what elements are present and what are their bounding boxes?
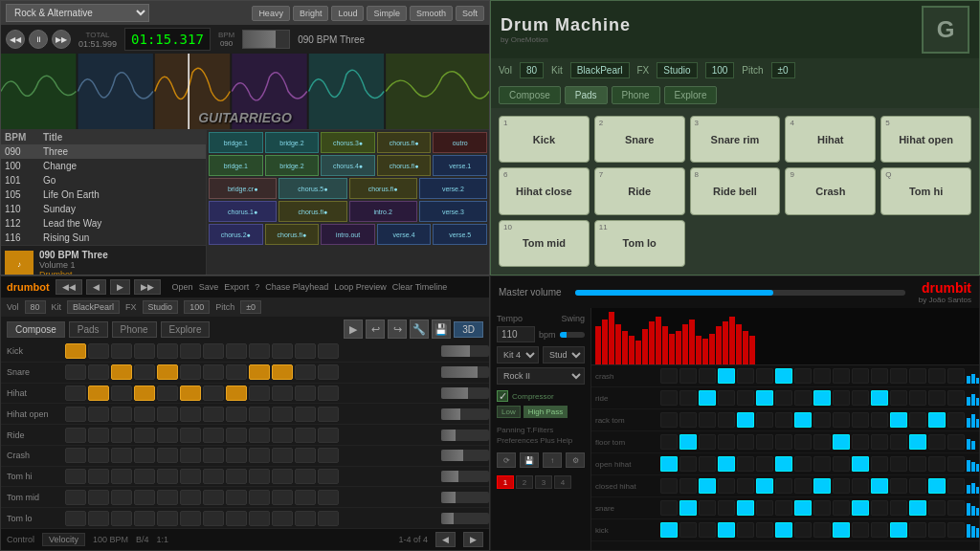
master-volume-slider[interactable] bbox=[575, 290, 905, 296]
pad-ride[interactable]: 7 Ride bbox=[594, 167, 685, 214]
seq-btn[interactable] bbox=[226, 386, 247, 401]
dbit-btn[interactable] bbox=[660, 522, 678, 538]
dbit-btn[interactable] bbox=[890, 412, 907, 428]
seq-btn[interactable] bbox=[249, 511, 270, 526]
dbit-btn[interactable] bbox=[813, 500, 831, 516]
clip-chorus-fi1[interactable]: chorus.fi● bbox=[377, 132, 432, 153]
dbit-btn[interactable] bbox=[813, 456, 831, 472]
clip-verse2[interactable]: verse.2 bbox=[419, 178, 487, 199]
dbit-btn[interactable] bbox=[890, 368, 907, 384]
seq-btn[interactable] bbox=[88, 448, 109, 463]
clip-bridge2[interactable]: bridge.2 bbox=[265, 132, 320, 153]
footer-prev-page-btn[interactable]: ◀ bbox=[435, 532, 456, 547]
pad-crash[interactable]: 9 Crash bbox=[785, 167, 876, 214]
dbit-btn[interactable] bbox=[699, 478, 716, 494]
tab-compose[interactable]: Compose bbox=[499, 86, 561, 104]
seq-btn[interactable] bbox=[134, 407, 155, 422]
dbit-btn[interactable] bbox=[679, 456, 697, 472]
clip-bridge2b[interactable]: bridge.2 bbox=[265, 155, 320, 176]
clip-chorus-fi5[interactable]: chorus.fi● bbox=[265, 224, 320, 245]
seq-btn[interactable] bbox=[295, 490, 316, 505]
seq-btn[interactable] bbox=[65, 343, 86, 359]
seq-btn[interactable] bbox=[226, 428, 247, 443]
dbit-btn[interactable] bbox=[679, 478, 697, 494]
seq-btn[interactable] bbox=[203, 364, 224, 380]
seq-btn[interactable] bbox=[157, 407, 178, 422]
style-bright-btn[interactable]: Bright bbox=[293, 6, 329, 21]
pad-hihat[interactable]: 4 Hihat bbox=[785, 116, 876, 163]
track-row-2[interactable]: 101 Go bbox=[1, 173, 206, 187]
seq-btn[interactable] bbox=[134, 428, 155, 443]
pad-ride-bell[interactable]: 8 Ride bell bbox=[690, 167, 781, 214]
dbit-btn[interactable] bbox=[909, 500, 926, 516]
style-loud-btn[interactable]: Loud bbox=[331, 6, 364, 21]
dbit-btn[interactable] bbox=[794, 500, 812, 516]
seq-btn[interactable] bbox=[180, 407, 201, 422]
seq-btn[interactable] bbox=[272, 386, 293, 401]
seq-btn[interactable] bbox=[134, 469, 155, 484]
seq-btn[interactable] bbox=[249, 364, 270, 380]
dbit-btn[interactable] bbox=[871, 434, 888, 450]
seq-btn[interactable] bbox=[65, 490, 86, 505]
seq-btn[interactable] bbox=[295, 343, 316, 359]
dbit-btn[interactable] bbox=[813, 522, 831, 538]
dbit-btn[interactable] bbox=[794, 522, 812, 538]
bpm-input[interactable] bbox=[497, 326, 535, 342]
seq-btn[interactable] bbox=[272, 490, 293, 505]
dbit-btn[interactable] bbox=[871, 390, 888, 406]
seq-btn[interactable] bbox=[111, 407, 132, 422]
seq-btn[interactable] bbox=[226, 343, 247, 359]
dbit-btn[interactable] bbox=[947, 500, 965, 516]
dbit-btn[interactable] bbox=[794, 434, 812, 450]
seq-btn[interactable] bbox=[134, 511, 155, 526]
dbit-btn[interactable] bbox=[928, 434, 946, 450]
dbit-btn[interactable] bbox=[660, 368, 678, 384]
db-back-btn[interactable]: ◀ bbox=[86, 279, 106, 295]
kit-value[interactable]: BlackPearl bbox=[570, 62, 630, 78]
dbit-btn[interactable] bbox=[928, 478, 946, 494]
page-btn-3[interactable]: 3 bbox=[535, 475, 552, 489]
dbit-btn[interactable] bbox=[928, 456, 946, 472]
clip-intro2[interactable]: intro.2 bbox=[349, 201, 417, 222]
seq-btn[interactable] bbox=[111, 511, 132, 526]
pad-snare-rim[interactable]: 3 Snare rim bbox=[690, 116, 781, 163]
dbit-btn[interactable] bbox=[756, 456, 773, 472]
dbit-btn[interactable] bbox=[679, 434, 697, 450]
dbit-btn[interactable] bbox=[890, 478, 907, 494]
db-save-icon-btn[interactable]: 💾 bbox=[432, 320, 451, 339]
dbit-btn[interactable] bbox=[852, 434, 869, 450]
dbit-btn[interactable] bbox=[660, 478, 678, 494]
clip-chorus5[interactable]: chorus.5● bbox=[278, 178, 346, 199]
db-vol-num-val[interactable]: 100 bbox=[184, 300, 210, 314]
seq-btn[interactable] bbox=[180, 364, 201, 380]
seq-btn[interactable] bbox=[318, 428, 339, 443]
clip-intro-out[interactable]: intro.out bbox=[321, 224, 375, 245]
dbit-btn[interactable] bbox=[928, 368, 946, 384]
swing-slider[interactable] bbox=[560, 332, 585, 338]
seq-btn[interactable] bbox=[111, 490, 132, 505]
clip-verse3[interactable]: verse.3 bbox=[419, 201, 487, 222]
dbit-btn[interactable] bbox=[718, 500, 735, 516]
dbit-btn[interactable] bbox=[679, 368, 697, 384]
seq-btn[interactable] bbox=[111, 364, 132, 380]
seq-btn[interactable] bbox=[203, 490, 224, 505]
db-pitch-val[interactable]: ±0 bbox=[240, 300, 261, 314]
seq-btn[interactable] bbox=[88, 511, 109, 526]
help-item[interactable]: Help bbox=[557, 436, 572, 445]
drumbit-export-icon[interactable]: ↑ bbox=[543, 452, 562, 468]
prev-button[interactable]: ◀◀ bbox=[6, 30, 25, 49]
seq-btn[interactable] bbox=[65, 428, 86, 443]
dbit-btn[interactable] bbox=[699, 456, 716, 472]
db-loop-btn[interactable]: Loop Preview bbox=[334, 282, 387, 292]
dbit-btn[interactable] bbox=[947, 412, 965, 428]
play-pause-button[interactable]: ⏸ bbox=[29, 30, 48, 49]
seq-btn[interactable] bbox=[157, 469, 178, 484]
seq-btn[interactable] bbox=[203, 386, 224, 401]
dbit-btn[interactable] bbox=[909, 478, 926, 494]
drumbit-settings-icon[interactable]: ⚙ bbox=[566, 452, 585, 468]
seq-btn[interactable] bbox=[88, 364, 109, 380]
db-next-btn[interactable]: ▶▶ bbox=[134, 279, 161, 295]
seq-btn[interactable] bbox=[226, 469, 247, 484]
plus-item[interactable]: Plus bbox=[540, 436, 555, 445]
seq-btn[interactable] bbox=[318, 407, 339, 422]
